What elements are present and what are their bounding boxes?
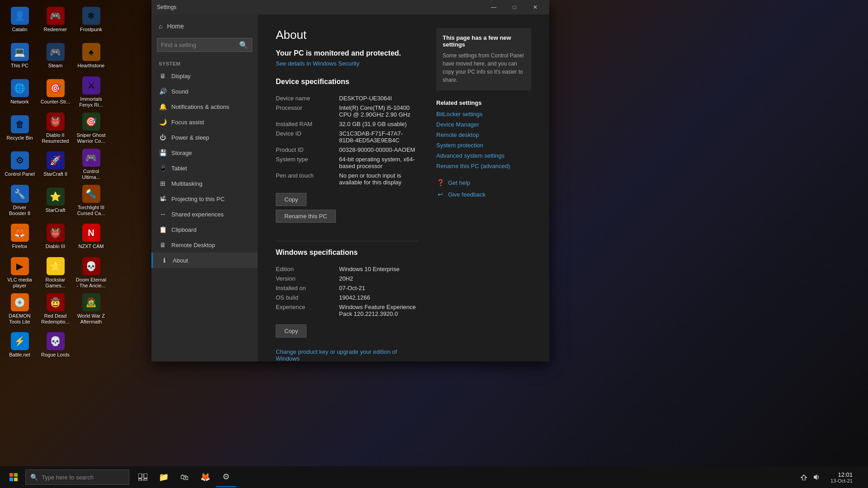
desktop-icon-driver-booster[interactable]: 🔧 Driver Booster 8 bbox=[2, 183, 37, 218]
desktop-icon-network[interactable]: 🌐 Network bbox=[2, 75, 37, 110]
get-help-link[interactable]: Get help bbox=[448, 179, 470, 186]
desktop-icon-counterstrike[interactable]: 🎯 Counter-Str... bbox=[38, 75, 73, 110]
sidebar-home[interactable]: ⌂ Home bbox=[151, 18, 258, 34]
change-product-key-link[interactable]: Change product key or upgrade your editi… bbox=[276, 348, 418, 361]
desktop-icon-nzxt[interactable]: N NZXT CAM bbox=[74, 219, 108, 254]
svg-rect-4 bbox=[138, 474, 142, 478]
spec-value-pen-touch: No pen or touch input is available for t… bbox=[339, 172, 418, 186]
about-icon: ℹ bbox=[160, 256, 168, 264]
desktop-icon-this-pc[interactable]: 💻 This PC bbox=[2, 38, 37, 74]
spec-label-experience: Experience bbox=[276, 304, 339, 317]
minimize-button[interactable]: — bbox=[483, 0, 504, 14]
spec-value-product-id: 00328-90000-00000-AAOEM bbox=[339, 146, 418, 153]
taskbar-search-box[interactable]: 🔍 bbox=[25, 469, 129, 485]
advanced-system-link[interactable]: Advanced system settings bbox=[436, 152, 531, 159]
desktop-icon-rockstar[interactable]: 🌟 Rockstar Games... bbox=[38, 255, 73, 291]
firefox-taskbar-icon: 🦊 bbox=[200, 472, 210, 482]
protected-text: Your PC is monitored and protected. bbox=[276, 49, 418, 57]
windows-copy-button[interactable]: Copy bbox=[276, 324, 307, 338]
remote-desktop-link[interactable]: Remote desktop bbox=[436, 131, 531, 138]
desktop-icons-area: 👤 Catalin 🎮 Redeemer ❄ Frostpunk 💻 This … bbox=[0, 0, 136, 352]
desktop-icon-sniper[interactable]: 🎯 Sniper Ghost Warrior Co... bbox=[74, 111, 108, 146]
desktop-icon-starcraft2[interactable]: 🚀 StarCraft II bbox=[38, 147, 73, 182]
desktop-icon-control-ultima[interactable]: 🎮 Control Ultima... bbox=[74, 147, 108, 182]
desktop-icon-rogue-lords[interactable]: 💀 Rogue Lords bbox=[38, 328, 73, 363]
spec-row-processor: Processor Intel(R) Core(TM) i5-10400 CPU… bbox=[276, 104, 418, 118]
clock[interactable]: 12:01 13-Oct-21 bbox=[827, 471, 856, 483]
sidebar-item-about[interactable]: ℹ About bbox=[151, 253, 258, 268]
desktop-icon-diablo3[interactable]: 👹 Diablo III bbox=[38, 219, 73, 254]
projecting-icon: 📽 bbox=[159, 195, 167, 203]
desktop-icon-doom[interactable]: 💀 Doom Eternal - The Ancie... bbox=[74, 255, 108, 291]
content-left: About Your PC is monitored and protected… bbox=[276, 28, 418, 348]
sidebar-item-tablet[interactable]: 📱 Tablet bbox=[151, 160, 258, 176]
desktop-icon-torchlight[interactable]: 🔦 Torchlight III Cursed Ca... bbox=[74, 183, 108, 218]
sidebar-power-label: Power & sleep bbox=[171, 134, 209, 141]
tray-volume-icon[interactable] bbox=[811, 472, 821, 482]
taskbar-taskview[interactable] bbox=[133, 467, 153, 487]
sidebar-item-power[interactable]: ⏻ Power & sleep bbox=[151, 130, 258, 145]
maximize-button[interactable]: □ bbox=[504, 0, 525, 14]
desktop-icon-hearthstone[interactable]: ♠ Hearthstone bbox=[74, 38, 108, 74]
sidebar-search-box[interactable]: 🔍 bbox=[157, 38, 252, 52]
start-button[interactable] bbox=[4, 467, 24, 487]
close-button[interactable]: ✕ bbox=[525, 0, 546, 14]
desktop-icon-wwz[interactable]: 🧟 World War Z Aftermath bbox=[74, 291, 108, 327]
taskbar-file-explorer[interactable]: 📁 bbox=[154, 467, 174, 487]
desktop-icon-rdr[interactable]: 🤠 Red Dead Redemptio... bbox=[38, 291, 73, 327]
sidebar-item-notifications[interactable]: 🔔 Notifications & actions bbox=[151, 99, 258, 114]
sidebar-item-focus[interactable]: 🌙 Focus assist bbox=[151, 114, 258, 130]
desktop-icon-diablo2[interactable]: 👹 Diablo II Resurrected bbox=[38, 111, 73, 146]
desktop-icon-immortals[interactable]: ⚔ Immortals Fenyx Ri... bbox=[74, 75, 108, 110]
sidebar-item-multitasking[interactable]: ⊞ Multitasking bbox=[151, 176, 258, 191]
system-protection-link[interactable]: System protection bbox=[436, 142, 531, 149]
tray-network-icon[interactable] bbox=[799, 472, 809, 482]
sidebar-item-projecting[interactable]: 📽 Projecting to this PC bbox=[151, 191, 258, 206]
spec-value-processor: Intel(R) Core(TM) i5-10400 CPU @ 2.90GHz… bbox=[339, 104, 418, 118]
sidebar-item-sound[interactable]: 🔊 Sound bbox=[151, 84, 258, 99]
rename-advanced-link[interactable]: Rename this PC (advanced) bbox=[436, 163, 531, 169]
taskbar-settings[interactable]: ⚙ bbox=[216, 467, 236, 487]
taskbar-search-input[interactable] bbox=[42, 474, 123, 481]
page-title: About bbox=[276, 28, 418, 42]
taskbar-store[interactable]: 🛍 bbox=[175, 467, 194, 487]
device-copy-button[interactable]: Copy bbox=[276, 193, 307, 206]
desktop-icon-control-panel[interactable]: ⚙ Control Panel bbox=[2, 147, 37, 182]
tablet-icon: 📱 bbox=[159, 164, 167, 172]
desktop-icon-daemon[interactable]: 💿 DAEMON Tools Lite bbox=[2, 291, 37, 327]
window-body: ⌂ Home 🔍 System 🖥 Display 🔊 Sound � bbox=[151, 14, 549, 361]
sidebar-clipboard-label: Clipboard bbox=[171, 226, 197, 233]
sidebar-item-shared[interactable]: ↔ Shared experiences bbox=[151, 206, 258, 222]
sidebar-item-remote[interactable]: 🖥 Remote Desktop bbox=[151, 237, 258, 253]
sidebar-item-clipboard[interactable]: 📋 Clipboard bbox=[151, 222, 258, 237]
related-settings-title: Related settings bbox=[436, 99, 531, 106]
desktop-icon-catalin[interactable]: 👤 Catalin bbox=[2, 2, 37, 38]
new-settings-desc: Some settings from Control Panel have mo… bbox=[443, 52, 525, 84]
desktop-icon-firefox[interactable]: 🦊 Firefox bbox=[2, 219, 37, 254]
security-link[interactable]: See details in Windows Security bbox=[276, 60, 418, 67]
bitlocker-link[interactable]: BitLocker settings bbox=[436, 111, 531, 117]
svg-rect-7 bbox=[144, 479, 147, 481]
sidebar-item-display[interactable]: 🖥 Display bbox=[151, 68, 258, 84]
spec-label-pen-touch: Pen and touch bbox=[276, 172, 339, 186]
give-feedback-link[interactable]: Give feedback bbox=[448, 191, 486, 198]
sidebar-item-storage[interactable]: 💾 Storage bbox=[151, 145, 258, 160]
desktop-icon-starcraft[interactable]: ⭐ StarCraft bbox=[38, 183, 73, 218]
spec-label-processor: Processor bbox=[276, 104, 339, 118]
desktop-icon-redeemer[interactable]: 🎮 Redeemer bbox=[38, 2, 73, 38]
desktop-icon-recycle-bin[interactable]: 🗑 Recycle Bin bbox=[2, 111, 37, 146]
rename-button[interactable]: Rename this PC bbox=[276, 210, 336, 223]
help-section: ❓ Get help ↩ Give feedback bbox=[436, 178, 531, 198]
taskbar-firefox[interactable]: 🦊 bbox=[195, 467, 215, 487]
spec-row-os-build: OS build 19042.1266 bbox=[276, 294, 418, 301]
desktop-icon-battlenet[interactable]: ⚡ Battle.net bbox=[2, 328, 37, 363]
desktop-icon-steam[interactable]: 🎮 Steam bbox=[38, 38, 73, 74]
device-manager-link[interactable]: Device Manager bbox=[436, 121, 531, 128]
desktop-icon-vlc[interactable]: ▶ VLC media player bbox=[2, 255, 37, 291]
sidebar-search-input[interactable] bbox=[161, 42, 239, 48]
home-label: Home bbox=[167, 23, 184, 30]
desktop-icon-frostpunk[interactable]: ❄ Frostpunk bbox=[74, 2, 108, 38]
give-feedback-item[interactable]: ↩ Give feedback bbox=[436, 190, 531, 198]
get-help-item[interactable]: ❓ Get help bbox=[436, 178, 531, 187]
sidebar-tablet-label: Tablet bbox=[171, 165, 187, 172]
